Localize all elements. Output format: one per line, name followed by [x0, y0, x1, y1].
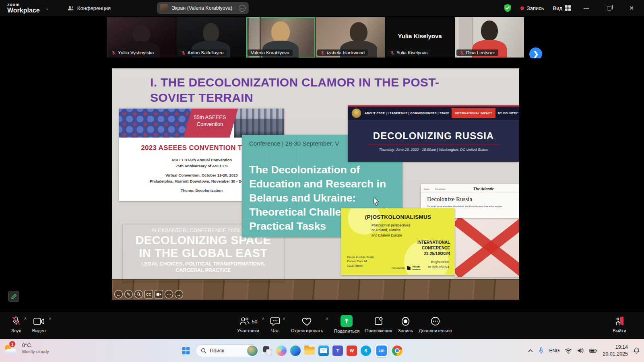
- minimize-button[interactable]: —: [580, 2, 593, 14]
- skype-icon[interactable]: S: [361, 346, 371, 356]
- mouse-cursor: [374, 197, 380, 206]
- tab-meeting-label: Конференция: [77, 5, 111, 11]
- edge-icon[interactable]: [290, 346, 301, 356]
- weather-widget[interactable]: 1 0°C Mostly cloudy: [4, 341, 49, 354]
- audio-button[interactable]: Звук: [11, 316, 21, 333]
- heart-icon: [302, 317, 312, 326]
- share-icon: [341, 315, 353, 327]
- pencil-icon: [11, 294, 17, 300]
- teams-icon[interactable]: T: [332, 346, 343, 356]
- participant-tile[interactable]: Dina Lentsner: [455, 17, 524, 58]
- view-label: Вид: [553, 5, 562, 11]
- security-shield-icon[interactable]: [504, 4, 512, 12]
- file-explorer-icon[interactable]: [304, 347, 315, 355]
- magnifier-icon: [134, 290, 143, 298]
- participant-name-label: Yuliia Vyshnytska: [108, 49, 157, 56]
- participant-tile-active-speaker[interactable]: Valeria Korablyova: [246, 17, 315, 58]
- participants-icon: [239, 317, 250, 326]
- search-icon: [201, 348, 206, 354]
- reactions-button[interactable]: Отреагировать: [291, 316, 323, 333]
- mic-muted-icon: [320, 51, 325, 55]
- view-grid-icon: [565, 5, 571, 11]
- search-highlight-image: [247, 346, 258, 356]
- restore-button[interactable]: [602, 2, 616, 14]
- close-button[interactable]: ✕: [625, 2, 638, 14]
- record-button[interactable]: Запись: [398, 316, 413, 333]
- pilecki-logo: [407, 266, 411, 270]
- start-button[interactable]: [180, 345, 192, 357]
- chevron-down-icon[interactable]: ⌄: [45, 6, 49, 11]
- wifi-icon[interactable]: [565, 348, 572, 354]
- tab-options-icon[interactable]: ⋯: [239, 5, 246, 12]
- csce-active-menu-item: INTERNATIONAL IMPACT: [452, 108, 495, 118]
- slideshow-toolbar: ← ✎ CC ⋯ →: [114, 290, 183, 298]
- battery-icon[interactable]: [589, 348, 597, 353]
- annotation-tool-button[interactable]: [8, 291, 19, 302]
- participant-name-label: izabela blackwood: [317, 49, 368, 56]
- video-button[interactable]: Видео: [32, 316, 46, 333]
- participants-chevron[interactable]: ˄: [262, 317, 264, 321]
- participant-name-label: Valeria Korablyova: [248, 49, 293, 56]
- leave-meeting-button[interactable]: Выйти: [613, 316, 626, 333]
- language-indicator[interactable]: ENG: [549, 348, 559, 354]
- aseees-banner-label: 55th ASEEES Convention: [188, 114, 231, 128]
- screen-share-thumbnail: [160, 4, 168, 12]
- tab-meeting[interactable]: Конференция: [68, 5, 111, 11]
- audio-options-chevron[interactable]: ˄: [24, 317, 27, 321]
- temperature: 0°C: [22, 342, 49, 348]
- clock[interactable]: 19:14 20.01.2025: [603, 344, 628, 357]
- participant-silhouette: [132, 25, 150, 43]
- recording-indicator: Запись: [520, 5, 544, 11]
- atlantic-masthead: The Atlantic: [451, 187, 516, 191]
- meeting-controls-bar: Звук ˄ Видео ˄ 50 Участники ˄: [0, 312, 644, 339]
- next-slide-icon: →: [175, 290, 183, 298]
- slide-title: I. THE DECOLONIZATION CLAMOR IN THE POST…: [150, 75, 468, 105]
- video-options-chevron[interactable]: ˄: [49, 317, 51, 321]
- tray-mic-icon[interactable]: [539, 347, 544, 354]
- participant-tile[interactable]: Yuliia Vyshnytska: [107, 17, 176, 58]
- mail-icon[interactable]: [318, 346, 329, 356]
- more-button[interactable]: Дополнительно: [419, 316, 452, 333]
- chat-chevron[interactable]: ˄: [283, 317, 285, 321]
- participant-display-name: Yulia Kiselyova: [385, 33, 454, 39]
- tray-chevron-up-icon[interactable]: [528, 349, 533, 353]
- notification-bell-icon[interactable]: z: [633, 347, 640, 354]
- logo-workplace: Workplace: [7, 7, 40, 14]
- tray-time: 19:14: [603, 344, 628, 350]
- zoom-app-active[interactable]: zm: [375, 344, 388, 358]
- participant-tile[interactable]: Anton Saifullayeu: [176, 17, 246, 58]
- view-button[interactable]: Вид: [553, 5, 571, 11]
- csce-seal-icon: [352, 109, 361, 118]
- chrome-icon[interactable]: [392, 346, 402, 356]
- city-photo: [234, 109, 284, 138]
- windows-taskbar: 1 0°C Mostly cloudy Поиск T W S zm ENG: [0, 339, 644, 362]
- wps-office-icon[interactable]: W: [347, 346, 357, 356]
- mic-muted-icon: [390, 51, 394, 55]
- captions-icon: CC: [144, 290, 153, 298]
- camera-icon: [33, 317, 45, 325]
- csce-headline: DECOLONIZING RUSSIA: [348, 130, 519, 142]
- video-strip: Yuliia Vyshnytska Anton Saifullayeu Vale…: [0, 16, 644, 58]
- participant-name-label: Anton Saifullayeu: [178, 49, 227, 56]
- chat-icon: [270, 317, 280, 326]
- search-box[interactable]: Поиск: [196, 344, 259, 357]
- participant-tile[interactable]: izabela blackwood: [316, 17, 385, 58]
- apps-button[interactable]: Приложения: [365, 316, 392, 333]
- chat-button[interactable]: Чат: [270, 316, 280, 333]
- copilot-icon[interactable]: [276, 346, 287, 356]
- zoom-titlebar: zoom Workplace ⌄ Конференция Экран (Vale…: [0, 0, 644, 16]
- people-icon: [68, 5, 74, 11]
- participant-name-label: Yulia Kiselyova: [387, 49, 431, 56]
- pen-icon: ✎: [124, 290, 133, 298]
- postkolonialismus-poster: (P)OSTKOLONIALISMUS Postcolonial perspec…: [341, 208, 455, 275]
- reactions-chevron[interactable]: ˄: [326, 317, 328, 321]
- tab-screen-share[interactable]: Экран (Valeria Korablyova) ⋯: [157, 2, 249, 14]
- speaker-icon[interactable]: [577, 348, 584, 354]
- tab-screen-label: Экран (Valeria Korablyova): [171, 5, 232, 11]
- recording-dot-icon: [520, 6, 524, 10]
- share-screen-button[interactable]: Поделиться: [334, 316, 360, 333]
- participants-button[interactable]: 50 Участники: [237, 316, 259, 333]
- participant-tile-camera-off[interactable]: Yulia Kiselyova Yulia Kiselyova: [385, 17, 454, 58]
- tray-date: 20.01.2025: [603, 351, 628, 357]
- task-view-button[interactable]: [263, 346, 272, 356]
